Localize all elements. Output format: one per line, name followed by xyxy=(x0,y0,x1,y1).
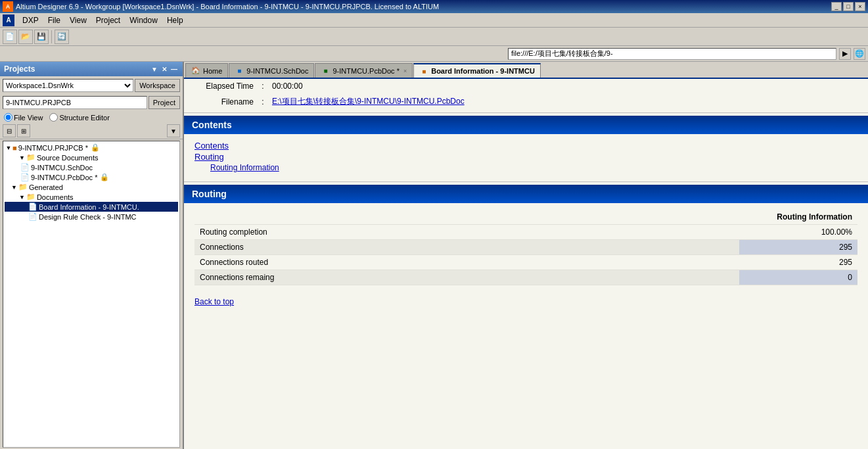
panel-undock-btn[interactable]: ✕ xyxy=(160,66,168,73)
project-button[interactable]: Project xyxy=(148,96,180,109)
left-panel: Projects ▼ ✕ — Workspace1.DsnWrk Workspa… xyxy=(0,62,184,449)
contents-links: Contents Routing Routing Information xyxy=(184,134,868,179)
elapsed-time-value: 00:00:00 xyxy=(272,82,303,91)
pcbDoc-close-icon[interactable]: × xyxy=(403,68,407,74)
folder-icon: 📁 xyxy=(26,153,35,162)
tab-schDoc[interactable]: ■ 9-INTMCU.SchDoc xyxy=(229,63,314,78)
back-to-top-link[interactable]: Back to top xyxy=(194,297,234,306)
contents-header: Contents xyxy=(184,116,868,134)
tree-item-drc[interactable]: 📄 Design Rule Check - 9-INTMC xyxy=(5,212,178,222)
table-row-connections: Connections 295 xyxy=(194,240,857,255)
link-contents[interactable]: Contents xyxy=(194,141,857,151)
workspace-dropdown[interactable]: Workspace1.DsnWrk xyxy=(3,79,133,92)
app-menu-logo: A xyxy=(3,14,14,26)
table-row-connections-remaining: Connections remaing 0 xyxy=(194,270,857,285)
routing-table-title: Routing Information xyxy=(194,210,857,225)
title-text: Altium Designer 6.9 - Workgroup [Workspa… xyxy=(16,3,439,11)
minimize-btn[interactable]: _ xyxy=(831,2,842,11)
schDoc-tab-icon: ■ xyxy=(235,66,244,76)
generated-expand-icon: ▼ xyxy=(11,184,17,191)
tree-item-source-docs[interactable]: ▼ 📁 Source Documents xyxy=(5,153,178,162)
view-options-btn[interactable]: ▼ xyxy=(167,124,180,137)
board-info-tab-icon: ■ xyxy=(419,66,428,76)
refresh-button[interactable]: 🔄 xyxy=(55,30,69,44)
connections-routed-value: 295 xyxy=(739,255,857,270)
view-toolbar: ⊟ ⊞ ▼ xyxy=(0,123,183,139)
panel-close-btn[interactable]: — xyxy=(170,66,179,73)
tree-item-pcbDoc[interactable]: 📄 9-INTMCU.PcbDoc * 🔒 xyxy=(5,172,178,182)
tree-item-schDoc[interactable]: 📄 9-INTMCU.SchDoc xyxy=(5,162,178,172)
filename-label: Filename xyxy=(194,97,254,106)
tree-item-project[interactable]: ▼ ■ 9-INTMCU.PRJPCB * 🔒 xyxy=(5,143,178,153)
panel-controls[interactable]: ▼ ✕ — xyxy=(150,66,179,73)
connections-label: Connections xyxy=(194,240,739,255)
tab-board-info[interactable]: ■ Board Information - 9-INTMCU xyxy=(413,63,541,78)
new-button[interactable]: 📄 xyxy=(3,30,17,44)
pcbDoc-tab-icon: ■ xyxy=(321,66,330,76)
address-input[interactable]: file:///E:/项目七集/转接板合集/9- xyxy=(508,48,836,60)
expand-icon: ▼ xyxy=(5,145,12,151)
routing-header: Routing xyxy=(184,185,868,203)
toolbar-separator xyxy=(51,30,52,43)
pcbDoc-icon: 📄 xyxy=(20,173,30,181)
table-row-completion: Routing completion 100.00% xyxy=(194,225,857,240)
collapse-all-btn[interactable]: ⊟ xyxy=(3,124,16,137)
schDoc-icon: 📄 xyxy=(20,163,30,172)
address-bar: file:///E:/项目七集/转接板合集/9- ▶ 🌐 xyxy=(0,46,868,62)
tree-item-board-info[interactable]: 📄 Board Information - 9-INTMCU. xyxy=(5,202,178,212)
table-row-connections-routed: Connections routed 295 xyxy=(194,255,857,270)
divider-1 xyxy=(184,112,868,113)
generated-folder-icon: 📁 xyxy=(18,183,28,191)
open-button[interactable]: 📂 xyxy=(18,30,33,44)
link-routing-info[interactable]: Routing Information xyxy=(210,163,857,172)
menu-bar: A DXP File View Project Window Help xyxy=(0,13,868,28)
routing-table: Routing Information Routing completion 1… xyxy=(194,210,857,285)
expand-all-btn[interactable]: ⊞ xyxy=(17,124,30,137)
tab-pcbDoc[interactable]: ■ 9-INTMCU.PcbDoc * × xyxy=(315,63,413,78)
menu-help[interactable]: Help xyxy=(163,14,187,26)
completion-value: 100.00% xyxy=(739,225,857,240)
maximize-btn[interactable]: □ xyxy=(843,2,854,11)
project-selector: Project xyxy=(0,95,183,112)
elapsed-time-label: Elapsed Time xyxy=(194,82,254,91)
structure-editor-option[interactable]: Structure Editor xyxy=(49,113,109,122)
back-to-top: Back to top xyxy=(184,292,868,312)
home-icon: 🏠 xyxy=(191,66,200,76)
routing-section-header: Routing xyxy=(184,185,868,203)
menu-view[interactable]: View xyxy=(66,14,91,26)
file-view-option[interactable]: File View xyxy=(4,113,43,122)
menu-window[interactable]: Window xyxy=(126,14,162,26)
filename-colon: : xyxy=(259,97,267,106)
view-options: File View Structure Editor xyxy=(0,112,183,123)
app-logo: A xyxy=(3,1,13,12)
workspace-button[interactable]: Workspace xyxy=(135,79,180,92)
panel-menu-btn[interactable]: ▼ xyxy=(150,66,159,73)
elapsed-time-colon: : xyxy=(259,82,267,91)
project-icon: ■ xyxy=(12,144,17,152)
documents-folder-icon: 📁 xyxy=(26,193,35,201)
connections-remaining-label: Connections remaing xyxy=(194,270,739,285)
menu-file[interactable]: File xyxy=(44,14,64,26)
close-btn[interactable]: × xyxy=(855,2,865,11)
browser-button[interactable]: 🌐 xyxy=(854,48,865,60)
tree-view: ▼ ■ 9-INTMCU.PRJPCB * 🔒 ▼ 📁 Source Docum… xyxy=(3,141,180,448)
menu-dxp[interactable]: DXP xyxy=(18,14,43,26)
window-controls[interactable]: _ □ × xyxy=(831,2,865,11)
drc-icon: 📄 xyxy=(28,212,37,221)
tree-item-documents[interactable]: ▼ 📁 Documents xyxy=(5,192,178,202)
routing-table-container: Routing Information Routing completion 1… xyxy=(184,203,868,292)
tab-home[interactable]: 🏠 Home xyxy=(185,63,228,78)
connections-value: 295 xyxy=(739,240,857,255)
menu-project[interactable]: Project xyxy=(92,14,124,26)
project-input[interactable] xyxy=(3,96,147,109)
link-routing[interactable]: Routing xyxy=(194,152,857,162)
save-button[interactable]: 💾 xyxy=(34,30,49,44)
go-button[interactable]: ▶ xyxy=(839,48,851,60)
tab-bar: 🏠 Home ■ 9-INTMCU.SchDoc ■ 9-INTMCU.PcbD… xyxy=(184,62,868,79)
filename-value[interactable]: E:\项目七集\转接板合集\9-INTMCU\9-INTMCU.PcbDoc xyxy=(272,96,465,107)
documents-expand-icon: ▼ xyxy=(19,194,25,201)
workspace-selector: Workspace1.DsnWrk Workspace xyxy=(0,76,183,95)
contents-section-header: Contents xyxy=(184,116,868,134)
tree-item-generated[interactable]: ▼ 📁 Generated xyxy=(5,182,178,192)
panel-title: Projects xyxy=(4,64,35,74)
